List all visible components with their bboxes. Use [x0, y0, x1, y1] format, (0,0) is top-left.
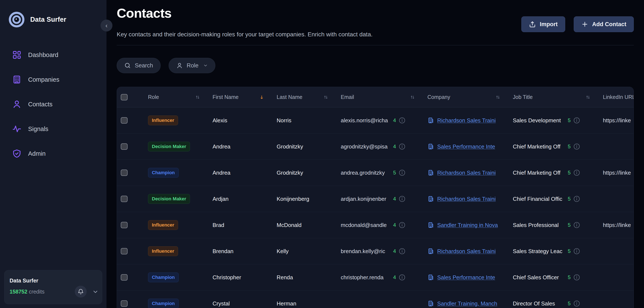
company-link[interactable]: Richardson Sales Traini — [437, 170, 511, 176]
info-icon[interactable] — [398, 117, 406, 124]
job-title-value: Director Of Sales — [513, 300, 566, 307]
row-select-cell — [117, 222, 148, 228]
role-badge: Influencer — [148, 220, 178, 230]
company-link[interactable]: Sandler Training, Manch — [437, 300, 511, 307]
email-cell: agrodnitzky@spisa4 — [341, 143, 428, 150]
column-header-last-name[interactable]: Last Name — [277, 94, 341, 100]
company-link[interactable]: Sales Performance Inte — [437, 274, 511, 281]
linkedin-url[interactable]: https://linke — [603, 170, 631, 176]
email-score: 4 — [393, 117, 396, 123]
row-checkbox[interactable] — [121, 196, 128, 202]
credits-amount: 158752 — [10, 289, 27, 295]
search-button-label: Search — [135, 62, 153, 69]
company-link[interactable]: Richardson Sales Traini — [437, 117, 511, 124]
last-name-cell: Kelly — [277, 248, 341, 255]
row-checkbox[interactable] — [121, 170, 128, 176]
add-contact-button-label: Add Contact — [592, 21, 626, 28]
job-title-value: Sales Strategy Leac — [513, 248, 566, 255]
info-icon[interactable] — [573, 300, 580, 307]
last-name-cell: Norris — [277, 117, 341, 124]
info-icon[interactable] — [398, 248, 406, 255]
first-name-value: Ardjan — [212, 196, 228, 202]
job-title-value: Chief Marketing Off — [513, 143, 566, 150]
add-contact-button[interactable]: Add Contact — [574, 16, 634, 32]
row-checkbox[interactable] — [121, 248, 128, 254]
info-icon[interactable] — [398, 221, 406, 229]
company-link[interactable]: Sales Performance Inte — [437, 143, 511, 150]
last-name-value: McDonald — [277, 222, 302, 229]
last-name-value: Renda — [277, 274, 293, 281]
role-badge: Influencer — [148, 115, 178, 125]
row-checkbox[interactable] — [121, 143, 128, 150]
info-icon[interactable] — [573, 169, 580, 176]
info-icon[interactable] — [398, 274, 406, 281]
table-row: Decision MakerAndreaGrodnitzkyagrodnitzk… — [117, 134, 634, 160]
column-label: Job Title — [513, 94, 532, 100]
sidebar-item-dashboard[interactable]: Dashboard — [0, 42, 106, 67]
job-title-value: Sales Professional — [513, 222, 566, 229]
company-link[interactable]: Sandler Training in Nova — [437, 222, 511, 229]
column-header-email[interactable]: Email — [341, 94, 428, 100]
row-select-cell — [117, 274, 148, 281]
job-title-cell: Director Of Sales5 — [513, 300, 603, 307]
upload-icon — [529, 21, 536, 28]
admin-icon — [12, 149, 22, 158]
role-badge: Decision Maker — [148, 194, 190, 204]
info-icon[interactable] — [398, 169, 406, 176]
row-select-cell — [117, 170, 148, 176]
sidebar-item-signals[interactable]: Signals — [0, 117, 106, 141]
row-checkbox[interactable] — [121, 117, 128, 124]
first-name-value: Alexis — [212, 117, 227, 124]
notifications-button[interactable] — [75, 286, 87, 298]
company-link[interactable]: Richardson Sales Traini — [437, 196, 511, 202]
info-icon[interactable] — [573, 195, 580, 203]
bell-icon — [78, 289, 84, 295]
row-checkbox[interactable] — [121, 222, 128, 228]
info-icon[interactable] — [573, 143, 580, 150]
linkedin-url[interactable]: https://linke — [603, 222, 631, 229]
row-checkbox[interactable] — [121, 274, 128, 281]
column-label: First Name — [212, 94, 238, 100]
sort-icon — [586, 95, 590, 100]
email-value: ardjan.konijnenber — [341, 196, 392, 202]
column-header-first-name[interactable]: First Name — [212, 94, 277, 100]
job-title-score: 5 — [568, 301, 570, 307]
brand: Data Surfer — [8, 11, 66, 28]
column-header-linkedin-url[interactable]: LinkedIn URL — [603, 94, 634, 100]
column-header-job-title[interactable]: Job Title — [513, 94, 603, 100]
credits-expand-chevron-icon[interactable] — [92, 289, 98, 295]
row-checkbox[interactable] — [121, 300, 128, 307]
column-header-company[interactable]: Company — [428, 94, 513, 100]
linkedin-url[interactable]: https://linke — [603, 117, 631, 124]
company-link[interactable]: Richardson Sales Traini — [437, 248, 511, 255]
info-icon[interactable] — [398, 143, 406, 150]
row-select-cell — [117, 248, 148, 254]
sort-icon — [323, 95, 328, 100]
job-title-score: 5 — [568, 248, 570, 254]
role-cell: Decision Maker — [148, 194, 212, 204]
credits-card[interactable]: Data Surfer 158752 credits — [4, 270, 102, 304]
sidebar-collapse-button[interactable]: ‹ — [100, 19, 112, 31]
role-filter-button[interactable]: Role — [169, 58, 216, 73]
companies-icon — [12, 75, 22, 84]
info-icon[interactable] — [573, 274, 580, 281]
last-name-value: Konijnenberg — [277, 196, 309, 202]
email-value: agrodnitzky@spisa — [341, 143, 392, 150]
row-select-cell — [117, 117, 148, 124]
select-all-checkbox[interactable] — [121, 94, 128, 100]
email-cell: christopher.renda4 — [341, 274, 428, 281]
search-button[interactable]: Search — [117, 58, 160, 73]
first-name-value: Andrea — [212, 170, 230, 176]
column-header-role[interactable]: Role — [148, 94, 212, 100]
info-icon[interactable] — [573, 117, 580, 124]
info-icon[interactable] — [573, 248, 580, 255]
sidebar-item-companies[interactable]: Companies — [0, 67, 106, 92]
sidebar-item-contacts[interactable]: Contacts — [0, 92, 106, 117]
column-label: Email — [341, 94, 354, 100]
company-cell: Richardson Sales Traini — [428, 196, 513, 202]
import-button[interactable]: Import — [521, 16, 565, 32]
sidebar-item-admin[interactable]: Admin — [0, 141, 106, 166]
info-icon[interactable] — [573, 221, 580, 229]
info-icon[interactable] — [398, 195, 406, 203]
credits-org-name: Data Surfer — [10, 278, 38, 284]
